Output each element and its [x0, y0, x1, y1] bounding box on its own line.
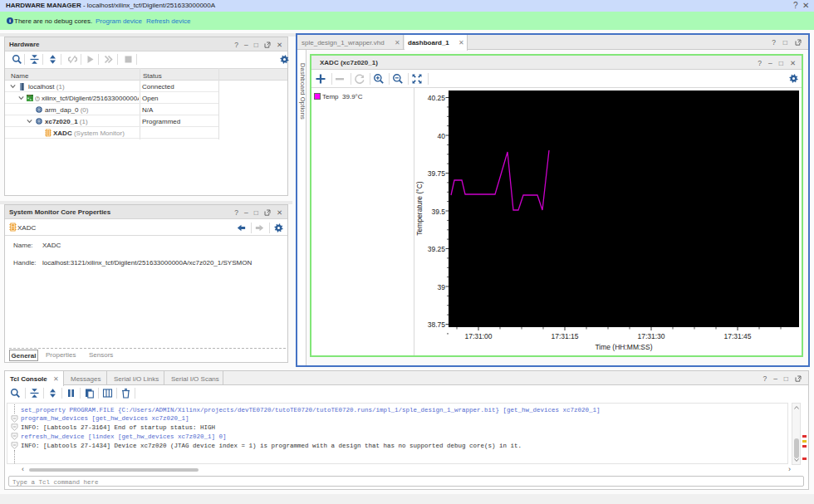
svg-text:39.5: 39.5 [431, 208, 445, 216]
svg-text:39: 39 [438, 283, 446, 291]
svg-text:Temperature (°C): Temperature (°C) [415, 181, 424, 235]
svg-text:17:31:30: 17:31:30 [637, 332, 664, 340]
svg-text:17:31:45: 17:31:45 [723, 332, 751, 340]
svg-text:38.75: 38.75 [428, 321, 446, 329]
svg-text:39.25: 39.25 [428, 245, 446, 253]
svg-text:Time (HH:MM:SS): Time (HH:MM:SS) [595, 343, 652, 351]
svg-text:17:31:15: 17:31:15 [551, 332, 578, 340]
svg-text:39.75: 39.75 [428, 169, 446, 178]
svg-text:40.25: 40.25 [428, 94, 446, 102]
svg-text:17:31:00: 17:31:00 [464, 332, 492, 340]
svg-text:40: 40 [438, 132, 446, 140]
